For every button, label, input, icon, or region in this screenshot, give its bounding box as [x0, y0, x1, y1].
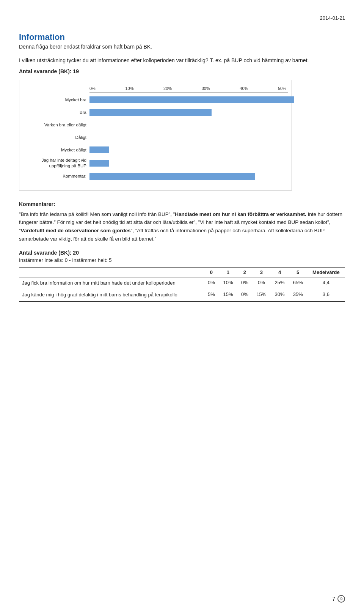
table-cell: 0%: [237, 277, 253, 289]
table-cell: 0%: [204, 277, 219, 289]
section-title: Information: [19, 32, 345, 42]
chart-bar: [89, 109, 212, 116]
chart-row: Mycket bra: [19, 95, 288, 105]
chart-container: 0% 10% 20% 30% 40% 50% Mycket braBraVark…: [19, 80, 292, 190]
table-header: 4: [270, 267, 289, 277]
table-header: [19, 267, 204, 277]
comments-title: Kommentarer:: [19, 201, 345, 207]
table-header: 2: [237, 267, 253, 277]
table-header: Medelvärde: [307, 267, 345, 277]
antal1-label: Antal svarande (BK): 19: [19, 68, 345, 74]
table-cell: 0%: [252, 277, 270, 289]
data-table: 012345Medelvärde Jag fick bra informatio…: [19, 267, 345, 301]
x-label-40: 40%: [240, 86, 248, 91]
instammer-label: Instämmer inte alls: 0 - Instämmer helt:…: [19, 257, 345, 263]
table-header: 0: [204, 267, 219, 277]
table-cell: 25%: [270, 277, 289, 289]
chart-bar: [89, 160, 109, 167]
table-row-label: Jag kände mig i hög grad delaktig i mitt…: [19, 289, 204, 301]
table-cell: 5%: [204, 289, 219, 301]
x-label-20: 20%: [163, 86, 172, 91]
chart-row: Kommentar:: [19, 172, 288, 181]
chart-row: Bra: [19, 107, 288, 117]
table-header: 5: [289, 267, 307, 277]
chart-row-label: Kommentar:: [19, 173, 89, 179]
date-text: 2014-01-21: [320, 15, 345, 21]
table-row: Jag fick bra information om hur mitt bar…: [19, 277, 345, 289]
table-cell: 4,4: [307, 277, 345, 289]
chart-bar: [89, 173, 255, 180]
chart-row: Dåligt: [19, 132, 288, 142]
x-label-0: 0%: [89, 86, 96, 91]
table-header: 3: [252, 267, 270, 277]
chart-row-label: Mycket bra: [19, 97, 89, 103]
comments-text: ”Bra info från ledarna på kollit!! Men s…: [19, 210, 345, 243]
antal2-label: Antal svarande (BK): 20: [19, 250, 345, 256]
chart-row-label: Jag har inte deltagit vid uppföljning på…: [19, 157, 89, 169]
chart-rows: Mycket braBraVarken bra eller dåligtDåli…: [19, 95, 288, 181]
table-row: Jag kände mig i hög grad delaktig i mitt…: [19, 289, 345, 301]
chart-row-label: Bra: [19, 110, 89, 115]
page-footer: 7 ©: [332, 595, 345, 603]
chart-row-label: Dåligt: [19, 135, 89, 140]
table-cell: 15%: [219, 289, 237, 301]
table-cell: 30%: [270, 289, 289, 301]
chart-row: Varken bra eller dåligt: [19, 120, 288, 130]
table-cell: 65%: [289, 277, 307, 289]
x-label-30: 30%: [202, 86, 210, 91]
table-cell: 3,6: [307, 289, 345, 301]
table-cell: 15%: [252, 289, 270, 301]
table-header: 1: [219, 267, 237, 277]
chart-row: Mycket dåligt: [19, 145, 288, 155]
chart-row: Jag har inte deltagit vid uppföljning på…: [19, 157, 288, 169]
table-row-label: Jag fick bra information om hur mitt bar…: [19, 277, 204, 289]
table-cell: 10%: [219, 277, 237, 289]
section-subtitle: Denna fråga berör endast föräldrar som h…: [19, 44, 345, 50]
date-header: 2014-01-21: [19, 15, 345, 21]
chart-row-label: Varken bra eller dåligt: [19, 122, 89, 128]
circle-icon: ©: [337, 595, 345, 603]
x-label-50: 50%: [278, 86, 286, 91]
chart-bar: [89, 146, 109, 153]
table-cell: 0%: [237, 289, 253, 301]
table-cell: 35%: [289, 289, 307, 301]
page-number: 7: [332, 596, 335, 602]
x-label-10: 10%: [125, 86, 133, 91]
chart-row-label: Mycket dåligt: [19, 147, 89, 153]
chart-bar: [89, 96, 294, 103]
question-text: I vilken utsträckning tycker du att info…: [19, 57, 345, 65]
